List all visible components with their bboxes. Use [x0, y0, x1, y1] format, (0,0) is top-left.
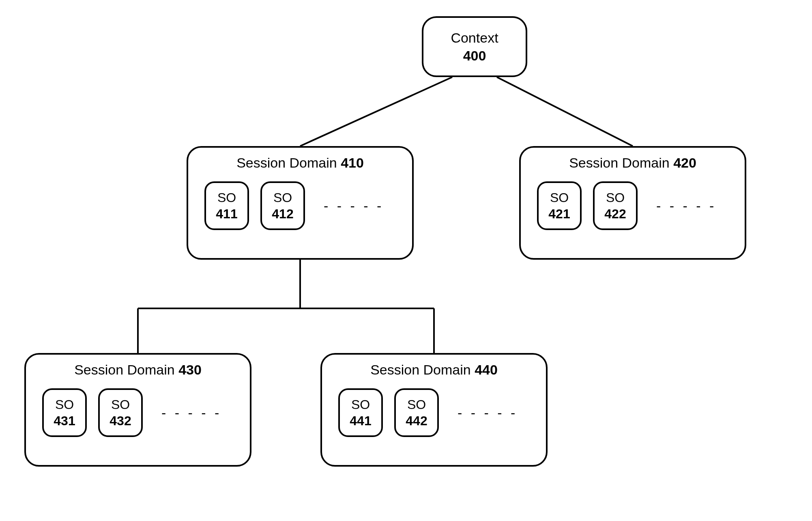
domain-title: Session Domain 430 — [26, 362, 250, 378]
so-row: SO 411 SO 412 - - - - - — [188, 181, 412, 230]
so-number: 442 — [406, 413, 427, 429]
domain-label: Session Domain — [370, 362, 471, 377]
so-number: 411 — [216, 206, 237, 222]
so-411: SO 411 — [204, 181, 249, 230]
ellipsis: - - - - - — [656, 198, 716, 214]
domain-label: Session Domain — [236, 155, 337, 170]
so-row: SO 441 SO 442 - - - - - — [322, 388, 546, 437]
domain-title: Session Domain 410 — [188, 155, 412, 171]
so-441: SO 441 — [338, 388, 383, 437]
so-number: 421 — [548, 206, 570, 222]
so-431: SO 431 — [42, 388, 87, 437]
session-domain-440: Session Domain 440 SO 441 SO 442 - - - -… — [320, 353, 548, 467]
so-label: SO — [55, 396, 74, 413]
context-number: 400 — [463, 47, 486, 65]
so-label: SO — [606, 189, 625, 206]
svg-line-0 — [300, 77, 452, 146]
domain-label: Session Domain — [569, 155, 670, 170]
domain-number: 440 — [475, 362, 498, 377]
so-421: SO 421 — [537, 181, 582, 230]
so-number: 441 — [350, 413, 371, 429]
domain-label: Session Domain — [74, 362, 175, 377]
svg-line-1 — [497, 77, 633, 146]
so-label: SO — [407, 396, 426, 413]
so-label: SO — [217, 189, 236, 206]
session-domain-420: Session Domain 420 SO 421 SO 422 - - - -… — [519, 146, 746, 260]
so-442: SO 442 — [394, 388, 439, 437]
so-label: SO — [351, 396, 370, 413]
session-domain-410: Session Domain 410 SO 411 SO 412 - - - -… — [187, 146, 414, 260]
so-number: 422 — [604, 206, 626, 222]
domain-number: 410 — [341, 155, 364, 170]
so-label: SO — [273, 189, 292, 206]
ellipsis: - - - - - — [324, 198, 384, 214]
ellipsis: - - - - - — [458, 405, 518, 421]
session-domain-430: Session Domain 430 SO 431 SO 432 - - - -… — [24, 353, 251, 467]
context-label: Context — [451, 29, 498, 47]
so-412: SO 412 — [260, 181, 305, 230]
so-label: SO — [550, 189, 569, 206]
diagram-canvas: Context 400 Session Domain 410 SO 411 SO… — [0, 0, 812, 521]
so-number: 431 — [54, 413, 75, 429]
so-number: 432 — [110, 413, 131, 429]
domain-number: 420 — [673, 155, 696, 170]
so-label: SO — [111, 396, 130, 413]
domain-title: Session Domain 440 — [322, 362, 546, 378]
context-node: Context 400 — [422, 16, 527, 77]
so-422: SO 422 — [593, 181, 638, 230]
domain-title: Session Domain 420 — [521, 155, 745, 171]
so-row: SO 431 SO 432 - - - - - — [26, 388, 250, 437]
domain-number: 430 — [178, 362, 202, 377]
so-432: SO 432 — [98, 388, 143, 437]
so-row: SO 421 SO 422 - - - - - — [521, 181, 745, 230]
so-number: 412 — [272, 206, 293, 222]
ellipsis: - - - - - — [161, 405, 221, 421]
